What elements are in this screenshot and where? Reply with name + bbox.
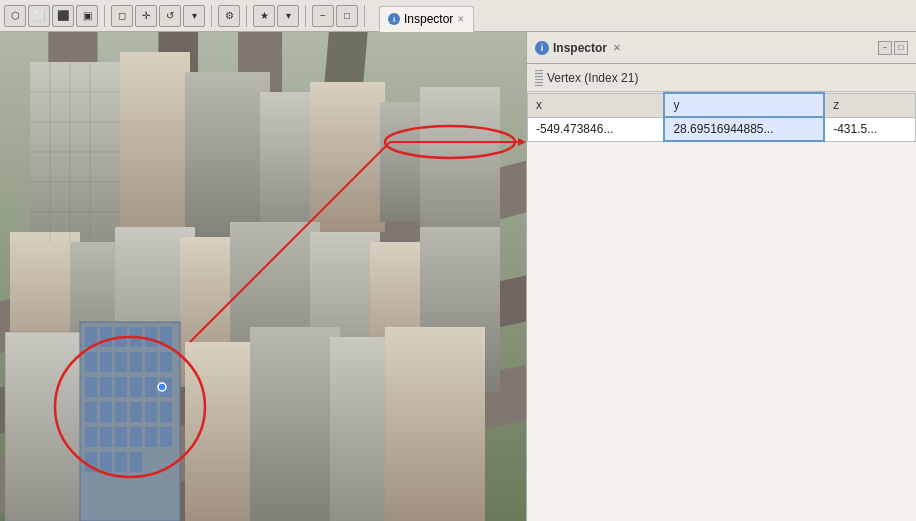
- maximize-view-btn[interactable]: □: [336, 5, 358, 27]
- svg-rect-53: [130, 377, 142, 397]
- inspector-content: Vertex (Index 21) x y z -549.473846...: [527, 64, 916, 521]
- svg-rect-51: [100, 377, 112, 397]
- svg-rect-13: [185, 72, 270, 242]
- settings-btn[interactable]: ⚙: [218, 5, 240, 27]
- svg-rect-69: [100, 452, 112, 472]
- col-header-y: y: [664, 93, 824, 117]
- svg-rect-71: [130, 452, 142, 472]
- svg-rect-47: [130, 352, 142, 372]
- inspector-title-close-x: ✕: [613, 43, 621, 53]
- svg-rect-48: [145, 352, 157, 372]
- window-ctrl-section: − □: [312, 5, 365, 27]
- svg-rect-70: [115, 452, 127, 472]
- svg-rect-62: [85, 427, 97, 447]
- maximize-btn[interactable]: □: [894, 41, 908, 55]
- svg-rect-45: [100, 352, 112, 372]
- window-controls: − □: [878, 41, 908, 55]
- svg-rect-60: [145, 402, 157, 422]
- svg-rect-39: [100, 327, 112, 347]
- inspector-title-text: Inspector: [553, 41, 607, 55]
- minimize-btn[interactable]: −: [878, 41, 892, 55]
- select-tool-btn[interactable]: ◻: [111, 5, 133, 27]
- svg-rect-12: [120, 52, 190, 252]
- vertex-tab-label: Vertex (Index 21): [547, 71, 638, 85]
- settings-section: ⚙: [218, 5, 247, 27]
- cell-x-value[interactable]: -549.473846...: [528, 117, 665, 141]
- svg-rect-34: [5, 332, 90, 521]
- svg-rect-56: [85, 402, 97, 422]
- front-view-btn[interactable]: ⬜: [28, 5, 50, 27]
- svg-rect-66: [145, 427, 157, 447]
- city-background: [0, 32, 526, 521]
- vertex-data-table: x y z -549.473846... 28.69516944885... -…: [527, 92, 916, 142]
- col-header-z: z: [824, 93, 915, 117]
- svg-rect-49: [160, 352, 172, 372]
- perspective-btn[interactable]: ⬡: [4, 5, 26, 27]
- cell-z-value[interactable]: -431.5...: [824, 117, 915, 141]
- svg-rect-74: [250, 327, 340, 521]
- inspector-title: i Inspector ✕: [535, 41, 874, 55]
- move-tool-btn[interactable]: ✛: [135, 5, 157, 27]
- vertex-tab-handle: [535, 70, 543, 86]
- table-row: -549.473846... 28.69516944885... -431.5.…: [528, 117, 916, 141]
- view-tools-section: ⬡ ⬜ ⬛ ▣: [4, 5, 105, 27]
- svg-rect-63: [100, 427, 112, 447]
- bookmark-btn[interactable]: ★: [253, 5, 275, 27]
- svg-rect-67: [160, 427, 172, 447]
- bookmark-dropdown-btn[interactable]: ▾: [277, 5, 299, 27]
- inspector-tab-label: Inspector: [404, 12, 453, 26]
- col-header-x: x: [528, 93, 665, 117]
- svg-rect-50: [85, 377, 97, 397]
- svg-rect-52: [115, 377, 127, 397]
- main-container: ⬡ ⬜ ⬛ ▣ ◻ ✛ ↺ ▾ ⚙ ★ ▾ − □ i Inspector ✕: [0, 0, 916, 521]
- bookmark-section: ★ ▾: [253, 5, 306, 27]
- inspector-tab-close[interactable]: ✕: [457, 14, 465, 24]
- svg-rect-54: [145, 377, 157, 397]
- svg-rect-58: [115, 402, 127, 422]
- city-scene-svg: [0, 32, 526, 521]
- svg-rect-46: [115, 352, 127, 372]
- svg-rect-76: [385, 327, 485, 521]
- svg-rect-61: [160, 402, 172, 422]
- svg-point-72: [158, 383, 166, 391]
- svg-rect-59: [130, 402, 142, 422]
- svg-rect-64: [115, 427, 127, 447]
- svg-rect-73: [185, 342, 260, 521]
- inspector-panel: i Inspector ✕ − □ Vertex (Index 21): [526, 32, 916, 521]
- inspector-empty-area: [527, 142, 916, 521]
- cell-y-value[interactable]: 28.69516944885...: [664, 117, 824, 141]
- inspector-tab[interactable]: i Inspector ✕: [379, 6, 474, 32]
- inspector-panel-header: i Inspector ✕ − □: [527, 32, 916, 64]
- minimize-view-btn[interactable]: −: [312, 5, 334, 27]
- content-area: i Inspector ✕ − □ Vertex (Index 21): [0, 32, 916, 521]
- view-panel[interactable]: [0, 32, 526, 521]
- svg-rect-42: [145, 327, 157, 347]
- inspector-icon: i: [535, 41, 549, 55]
- top-view-btn[interactable]: ▣: [76, 5, 98, 27]
- inspector-tab-icon: i: [388, 13, 400, 25]
- transform-tools-section: ◻ ✛ ↺ ▾: [111, 5, 212, 27]
- vertex-tab[interactable]: Vertex (Index 21): [527, 64, 916, 92]
- side-view-btn[interactable]: ⬛: [52, 5, 74, 27]
- svg-rect-65: [130, 427, 142, 447]
- dropdown-btn[interactable]: ▾: [183, 5, 205, 27]
- svg-rect-57: [100, 402, 112, 422]
- toolbar: ⬡ ⬜ ⬛ ▣ ◻ ✛ ↺ ▾ ⚙ ★ ▾ − □ i Inspector ✕: [0, 0, 916, 32]
- svg-rect-44: [85, 352, 97, 372]
- rotate-tool-btn[interactable]: ↺: [159, 5, 181, 27]
